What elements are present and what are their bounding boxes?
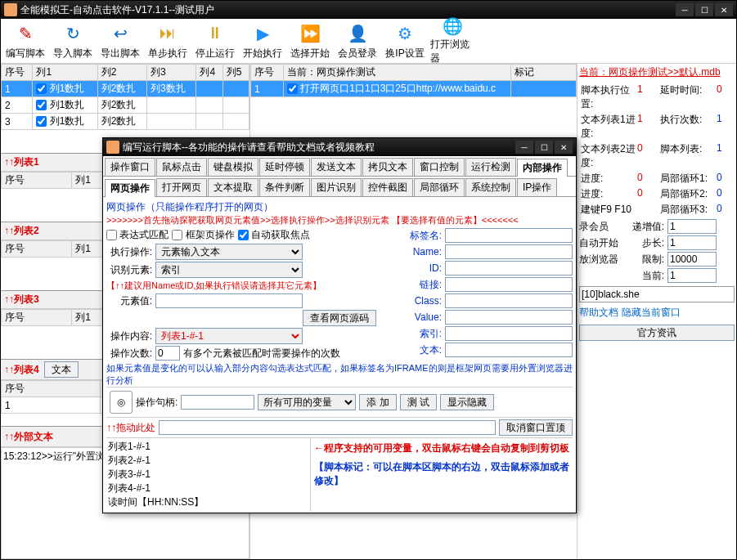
drag-input[interactable] <box>159 420 496 435</box>
toolbar-6[interactable]: ⏩选择开始 <box>287 20 333 61</box>
tab-文本提取[interactable]: 文本提取 <box>208 178 258 196</box>
tab-发送文本[interactable]: 发送文本 <box>311 158 362 176</box>
toolbar-9[interactable]: 🌐打开浏览器 <box>429 20 475 61</box>
list-item[interactable]: 列表1-#-1 <box>108 440 308 454</box>
close-button[interactable]: ✕ <box>715 3 733 16</box>
dialog-maximize-button[interactable]: ☐ <box>535 141 553 154</box>
index-input[interactable] <box>445 326 573 341</box>
file-display: [10]black.she <box>579 286 735 302</box>
drag-target-icon[interactable]: ◎ <box>110 391 133 414</box>
toolbar-2[interactable]: ↩导出脚本 <box>97 20 143 61</box>
tag-input[interactable] <box>445 228 573 243</box>
official-info-button[interactable]: 官方资讯 <box>579 325 735 341</box>
tab-IP操作[interactable]: IP操作 <box>517 178 557 196</box>
expr-match-checkbox[interactable] <box>106 230 117 240</box>
hint3: 【↑↑建议用Name或ID,如果执行错误请选择其它元素】 <box>106 280 409 292</box>
dialog-body: 网页操作（只能操作程序打开的网页） >>>>>>>首先拖动探靶获取网页元素值>>… <box>103 197 576 513</box>
hint2: >>>>>>>首先拖动探靶获取网页元素值>>选择执行操作>>选择识别元素 【要选… <box>106 214 573 226</box>
toolbar-8[interactable]: ⚙换IP设置 <box>382 20 428 61</box>
tab-局部循环[interactable]: 局部循环 <box>414 178 465 196</box>
dialog-mid-row: ◎ 操作句柄: 所有可用的变量 添 加 测 试 显示隐藏 <box>106 387 573 418</box>
toolbar-4[interactable]: ⏸停止运行 <box>192 20 238 61</box>
main-window: 全能模拟王-自动点击软件-V17.1.1--测试用户 ─ ☐ ✕ ✎编写脚本↻导… <box>0 0 737 560</box>
list-item[interactable]: 列表2-#-1 <box>108 454 308 468</box>
ident-select[interactable]: 索引 <box>155 262 303 278</box>
dialog-close-button[interactable]: ✕ <box>555 141 573 154</box>
step-input[interactable] <box>667 235 717 250</box>
element-value-input[interactable] <box>155 293 303 308</box>
expr-match-label[interactable]: 表达式匹配 <box>106 228 169 242</box>
frame-op-label[interactable]: 框架页操作 <box>172 228 234 242</box>
minimize-button[interactable]: ─ <box>676 3 694 16</box>
cancel-topmost-button[interactable]: 取消窗口置顶 <box>499 419 573 436</box>
dialog-minimize-button[interactable]: ─ <box>515 141 533 154</box>
dialog-bottom: 列表1-#-1列表2-#-1列表3-#-1列表4-#-1读时间【HH:NN:SS… <box>106 437 573 511</box>
table-row[interactable]: 1 列1数扎列2数扎列3数扎 <box>2 81 249 97</box>
dialog-icon <box>106 141 119 154</box>
main-area: 序号列1列2列3列4列5 1 列1数扎列2数扎列3数扎2 列1数扎列2数扎3 列… <box>1 64 736 559</box>
text-button[interactable]: 文本 <box>44 361 79 378</box>
list-item[interactable]: 读时间【HH:NN:SS】 <box>108 495 308 509</box>
tab-系统控制[interactable]: 系统控制 <box>465 178 516 196</box>
main-titlebar[interactable]: 全能模拟王-自动点击软件-V17.1.1--测试用户 ─ ☐ ✕ <box>1 1 736 19</box>
link-input[interactable] <box>445 277 573 292</box>
list-item[interactable]: 列表4-#-1 <box>108 482 308 495</box>
test-button[interactable]: 测 试 <box>400 394 437 410</box>
current-input[interactable] <box>667 268 717 283</box>
auto-focus-checkbox[interactable] <box>238 230 249 240</box>
toolbar-0[interactable]: ✎编写脚本 <box>2 20 48 61</box>
text-input[interactable] <box>445 343 573 357</box>
exec-select[interactable]: 元素输入文本 <box>155 244 303 260</box>
dialog-tabs-2: 网页操作打开网页文本提取条件判断图片识别控件截图局部循环系统控制IP操作 <box>103 177 576 197</box>
toolbar-5[interactable]: ▶开始执行 <box>240 20 285 61</box>
tab-拷贝文本[interactable]: 拷贝文本 <box>362 158 413 176</box>
value-input[interactable] <box>445 310 573 325</box>
auto-focus-label[interactable]: 自动获取焦点 <box>238 228 310 242</box>
main-toolbar: ✎编写脚本↻导入脚本↩导出脚本⏭单步执行⏸停止运行▶开始执行⏩选择开始👤会员登录… <box>1 19 736 64</box>
maximize-button[interactable]: ☐ <box>695 3 713 16</box>
increment-input[interactable] <box>667 219 717 234</box>
table-row[interactable]: 2 列1数扎列2数扎 <box>2 97 249 114</box>
row-checkbox[interactable] <box>287 83 298 94</box>
content-select[interactable]: 列表1-#-1 <box>155 328 303 344</box>
table-row[interactable]: 3 列1数扎列2数扎 <box>2 114 249 130</box>
right-column: 当前：网页操作测试>>默认.mdb 脚本执行位置:1延时时间:0文本列表1进度:… <box>577 64 736 559</box>
tab-图片识别[interactable]: 图片识别 <box>311 178 362 196</box>
tab-延时停顿[interactable]: 延时停顿 <box>259 158 310 176</box>
name-input[interactable] <box>445 244 573 259</box>
limit-input[interactable] <box>667 252 717 267</box>
tab-网页操作[interactable]: 网页操作 <box>105 179 155 197</box>
script-table[interactable]: 序号列1列2列3列4列5 1 列1数扎列2数扎列3数扎2 列1数扎列2数扎3 列… <box>1 64 249 130</box>
toolbar-3[interactable]: ⏭单步执行 <box>145 20 191 61</box>
tab-内部操作[interactable]: 内部操作 <box>517 159 568 177</box>
id-input[interactable] <box>445 261 573 276</box>
mid-table[interactable]: 序号当前：网页操作测试标记 1 打开网页口1口1口3口25口http://www… <box>250 64 577 97</box>
tab-窗口控制[interactable]: 窗口控制 <box>414 158 465 176</box>
tab-条件判断[interactable]: 条件判断 <box>259 178 310 196</box>
app-title: 全能模拟王-自动点击软件-V17.1.1--测试用户 <box>20 3 676 17</box>
vars-list[interactable]: 列表1-#-1列表2-#-1列表3-#-1列表4-#-1读时间【HH:NN:SS… <box>106 438 311 511</box>
handle-input[interactable] <box>181 395 254 410</box>
class-input[interactable] <box>445 293 573 308</box>
view-source-button[interactable]: 查看网页源码 <box>303 310 376 326</box>
current-link[interactable]: 当前：网页操作测试>>默认.mdb <box>579 65 735 79</box>
add-button[interactable]: 添 加 <box>359 394 396 410</box>
vars-select[interactable]: 所有可用的变量 <box>258 394 356 410</box>
toolbar-1[interactable]: ↻导入脚本 <box>50 20 96 61</box>
frame-op-checkbox[interactable] <box>172 230 182 240</box>
help-link[interactable]: 帮助文档 <box>579 306 618 320</box>
tab-控件截图[interactable]: 控件截图 <box>362 178 413 196</box>
tab-打开网页[interactable]: 打开网页 <box>156 178 207 196</box>
dialog-titlebar[interactable]: 编写运行脚本--各功能的操作请查看帮助文档或者视频教程 ─ ☐ ✕ <box>103 138 576 156</box>
toolbar-7[interactable]: 👤会员登录 <box>335 20 380 61</box>
tab-操作窗口[interactable]: 操作窗口 <box>105 158 155 176</box>
list-item[interactable]: 列表3-#-1 <box>108 468 308 482</box>
tab-运行检测[interactable]: 运行检测 <box>465 158 516 176</box>
show-hide-button[interactable]: 显示隐藏 <box>440 394 494 410</box>
hide-window-link[interactable]: 隐藏当前窗口 <box>622 306 681 320</box>
hint1: 网页操作（只能操作程序打开的网页） <box>106 200 573 214</box>
tab-键盘模拟[interactable]: 键盘模拟 <box>208 158 258 176</box>
count-input[interactable] <box>155 346 180 361</box>
tab-鼠标点击[interactable]: 鼠标点击 <box>156 158 207 176</box>
drag-hint: ↑↑拖动此处 <box>106 421 155 435</box>
